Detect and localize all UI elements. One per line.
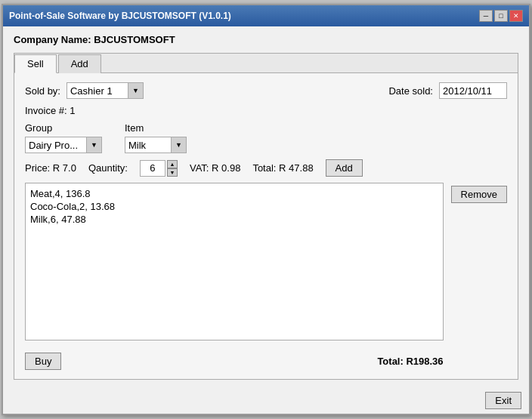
tab-add[interactable]: Add <box>58 54 101 73</box>
group-item-row: Group ▼ Item ▼ <box>25 122 507 153</box>
items-section: Meat,4, 136.8 Coco-Cola,2, 13.68 Milk,6,… <box>25 183 507 370</box>
date-sold-input[interactable] <box>439 82 507 99</box>
tab-bar: Sell Add <box>14 54 518 73</box>
spin-up-button[interactable]: ▲ <box>167 160 178 168</box>
items-list: Meat,4, 136.8 Coco-Cola,2, 13.68 Milk,6,… <box>25 183 444 340</box>
total-label: Total: R198.36 <box>377 356 443 367</box>
group-input[interactable] <box>26 137 86 153</box>
tab-sell-content: Sold by: ▼ Date sold: Invoice #: 1 <box>14 73 518 379</box>
invoice-row: Invoice #: 1 <box>25 105 507 116</box>
main-window: Point-of-Sale Software by BJCUSTOMSOFT (… <box>2 4 530 415</box>
item-arrow[interactable]: ▼ <box>171 137 186 153</box>
close-button[interactable]: ✕ <box>509 10 523 22</box>
exit-button[interactable]: Exit <box>485 392 521 409</box>
sold-by-row: Sold by: ▼ Date sold: <box>25 82 507 99</box>
tab-sell[interactable]: Sell <box>14 54 57 73</box>
sold-by-arrow[interactable]: ▼ <box>128 83 143 98</box>
items-left: Meat,4, 136.8 Coco-Cola,2, 13.68 Milk,6,… <box>25 183 444 370</box>
sold-by-input[interactable] <box>67 83 128 98</box>
title-bar-text: Point-of-Sale Software by BJCUSTOMSOFT (… <box>9 11 231 21</box>
quantity-spinner: ▲ ▼ <box>167 160 178 177</box>
spin-down-button[interactable]: ▼ <box>167 168 178 177</box>
items-right: Remove <box>451 183 507 370</box>
title-bar-controls: ─ □ ✕ <box>479 10 523 22</box>
quantity-wrapper: ▲ ▼ <box>140 160 178 177</box>
company-name: Company Name: BJCUSTOMSOFT <box>14 34 518 45</box>
item-dropdown[interactable]: ▼ <box>125 137 187 153</box>
total-item-label: Total: R 47.88 <box>252 162 313 174</box>
bottom-section: Buy Total: R198.36 <box>25 353 444 370</box>
title-bar: Point-of-Sale Software by BJCUSTOMSOFT (… <box>3 5 529 26</box>
list-item: Meat,4, 136.8 <box>30 188 438 199</box>
invoice-label: Invoice #: 1 <box>25 105 76 116</box>
price-row: Price: R 7.0 Qauntity: ▲ ▼ VAT: R 0.98 T… <box>25 159 507 177</box>
sold-by-label: Sold by: <box>25 85 60 97</box>
minimize-button[interactable]: ─ <box>479 10 493 22</box>
price-label: Price: R 7.0 <box>25 162 76 174</box>
remove-button[interactable]: Remove <box>451 186 507 203</box>
item-input[interactable] <box>125 137 171 153</box>
window-body: Company Name: BJCUSTOMSOFT Sell Add Sold… <box>3 26 529 387</box>
window-footer: Exit <box>3 387 529 414</box>
maximize-button[interactable]: □ <box>494 10 508 22</box>
item-label: Item <box>125 122 187 134</box>
group-arrow[interactable]: ▼ <box>86 137 101 153</box>
quantity-label: Qauntity: <box>88 162 128 174</box>
quantity-input[interactable] <box>140 160 165 177</box>
add-item-button[interactable]: Add <box>326 159 363 177</box>
group-label: Group <box>25 122 102 134</box>
list-item: Milk,6, 47.88 <box>30 214 438 225</box>
list-item: Coco-Cola,2, 13.68 <box>30 201 438 212</box>
tab-container: Sell Add Sold by: ▼ Date sold: I <box>14 53 518 380</box>
sold-by-dropdown[interactable]: ▼ <box>66 82 144 99</box>
group-field: Group ▼ <box>25 122 102 153</box>
date-sold-label: Date sold: <box>388 85 433 97</box>
buy-button[interactable]: Buy <box>25 353 61 370</box>
group-dropdown[interactable]: ▼ <box>25 137 102 153</box>
item-field: Item ▼ <box>125 122 187 153</box>
vat-label: VAT: R 0.98 <box>190 162 240 174</box>
